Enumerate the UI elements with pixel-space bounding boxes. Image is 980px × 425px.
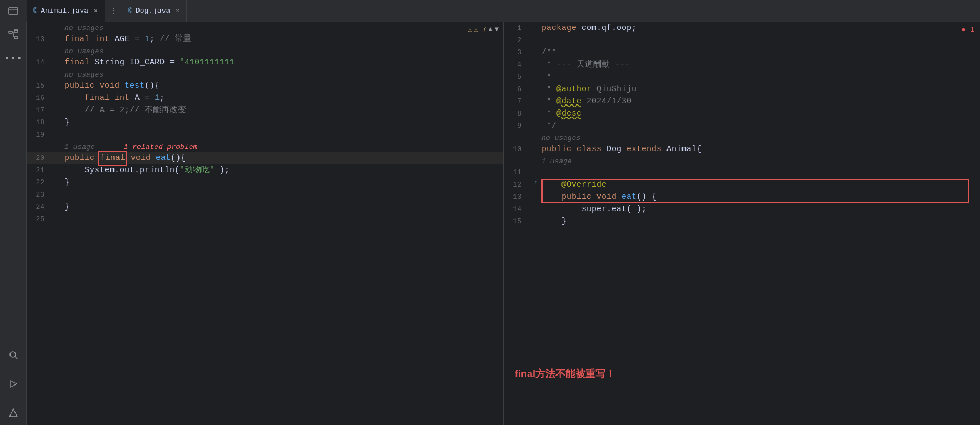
hint-1usage: 1 usage: [64, 143, 95, 151]
dog-code-line-3: 3 /**: [504, 47, 980, 59]
code-line-22: 22 }: [27, 177, 503, 189]
warning-badge: ⚠ ⚠ 7 ▲ ▼: [468, 26, 499, 34]
svg-rect-3: [14, 37, 18, 39]
line-num-18: 18: [27, 117, 53, 129]
code-content-22: }: [64, 177, 503, 189]
line-num-19: 19: [27, 129, 53, 141]
code-content-24: }: [64, 201, 503, 213]
dog-line-num-2: 2: [504, 34, 530, 47]
tab-animal-label: Animal.java: [41, 7, 88, 15]
editor-dog-java: ● 1 1 package com.qf.oop; 2 3: [503, 22, 980, 425]
animal-code-area[interactable]: no usages 13 final int AGE = 1; // 常量 no…: [27, 22, 503, 425]
dog-hint-1usage-11: 1 usage: [504, 156, 980, 167]
sidebar: •••: [0, 22, 27, 425]
editor-animal-java: ⚠ ⚠ 7 ▲ ▼ no usages 13 final int AGE = 1…: [27, 22, 503, 425]
code-content-18: }: [64, 117, 503, 129]
dog-code-content-6: * @author QiuShiju: [541, 83, 980, 96]
final-method-message: final方法不能被重写！: [515, 367, 615, 381]
sidebar-settings-icon[interactable]: [6, 405, 21, 421]
dog-line-num-9: 9: [504, 120, 530, 132]
code-content-21: System.out.println("动物吃" );: [64, 164, 503, 177]
dog-line-num-6: 6: [504, 83, 530, 96]
hint-no-usages-14: no usages: [27, 46, 503, 57]
dog-code-line-7: 7 * @date 2024/1/30: [504, 96, 980, 108]
hint-no-usages-14b: no usages: [27, 69, 503, 80]
code-line-24: 24 }: [27, 201, 503, 213]
code-line-18: 18 }: [27, 117, 503, 129]
dog-code-content-4: * --- 天道酬勤 ---: [541, 59, 980, 71]
dog-line-num-4: 4: [504, 59, 530, 71]
dog-line-num-14: 14: [504, 203, 530, 216]
code-line-21: 21 System.out.println("动物吃" );: [27, 164, 503, 177]
line-num-14: 14: [27, 57, 53, 69]
dog-code-content-3: /**: [541, 47, 980, 59]
tab-more-button[interactable]: ⋮: [105, 6, 122, 16]
dog-code-line-8: 8 * @desc: [504, 108, 980, 120]
code-content-15: public void test(){: [64, 80, 503, 92]
code-line-23: 23: [27, 189, 503, 201]
sidebar-search-icon[interactable]: [6, 347, 21, 363]
error-badge: ● 1: [962, 26, 974, 34]
dog-code-line-2: 2: [504, 34, 980, 47]
dog-code-line-13: 13 public void eat() {: [504, 191, 980, 203]
dog-code-line-10: 10 public class Dog extends Animal{: [504, 143, 980, 156]
dog-code-content-14: super.eat( );: [541, 203, 980, 216]
code-line-19: 19: [27, 129, 503, 141]
dog-red-box-container: 13 public void eat() {: [504, 191, 980, 203]
line-num-21: 21: [27, 164, 53, 177]
dog-code-content-15: }: [541, 216, 980, 228]
line-num-24: 24: [27, 201, 53, 213]
dog-code-content-10: public class Dog extends Animal{: [541, 143, 980, 156]
dog-line-num-15: 15: [504, 216, 530, 228]
code-line-17: 17 // A = 2;// 不能再改变: [27, 104, 503, 117]
hint-1problem: 1 related problem: [124, 143, 198, 151]
code-line-25: 25: [27, 213, 503, 226]
code-content-20: public final void eat(){: [64, 152, 503, 164]
dog-line-num-13: 13: [504, 191, 530, 203]
dog-code-content-13: public void eat() {: [541, 191, 980, 203]
dog-hint-text-10: no usages: [541, 134, 580, 142]
dog-hint-no-usages-10: no usages: [504, 132, 980, 143]
dog-java-file-icon: ©: [128, 7, 132, 15]
line-num-17: 17: [27, 104, 53, 117]
code-content-16: final int A = 1;: [64, 92, 503, 104]
svg-marker-6: [9, 409, 17, 417]
close-dog-tab-icon[interactable]: ×: [176, 8, 180, 14]
warning-icon: ⚠: [468, 26, 472, 34]
dog-line-num-7: 7: [504, 96, 530, 108]
warning-count: ⚠ 7: [474, 26, 486, 34]
svg-rect-2: [14, 30, 18, 32]
tab-dog-java[interactable]: © Dog.java ×: [122, 0, 187, 22]
sidebar-structure-icon[interactable]: [6, 27, 21, 42]
dog-code-area[interactable]: 1 package com.qf.oop; 2 3 /**: [504, 22, 980, 425]
dog-gutter-12: ↑: [530, 179, 541, 187]
dog-code-line-12: 12 ↑ @Override: [504, 179, 980, 191]
tab-dog-label: Dog.java: [136, 7, 170, 15]
line-num-22: 22: [27, 177, 53, 189]
dog-code-content-1: package com.qf.oop;: [541, 22, 980, 34]
code-content-14: final String ID_CARD = "4101111111: [64, 57, 503, 69]
dog-line-num-12: 12: [504, 179, 530, 191]
dog-code-line-9: 9 */: [504, 120, 980, 132]
svg-rect-0: [9, 8, 18, 14]
dog-code-line-1: 1 package com.qf.oop;: [504, 22, 980, 34]
close-animal-tab-icon[interactable]: ×: [94, 8, 98, 14]
dog-code-content-7: * @date 2024/1/30: [541, 96, 980, 108]
main-content: ••• ⚠ ⚠ 7 ▲: [0, 22, 980, 425]
java-file-icon: ©: [33, 7, 37, 15]
code-line-16: 16 final int A = 1;: [27, 92, 503, 104]
dog-code-content-9: */: [541, 120, 980, 132]
warning-arrow-down[interactable]: ▼: [495, 26, 499, 33]
dog-line-num-10: 10: [504, 143, 530, 156]
tab-animal-java[interactable]: © Animal.java ×: [27, 0, 105, 22]
hint-line-20: 1 usage 1 related problem: [27, 141, 503, 152]
dog-code-content-12: @Override: [541, 179, 980, 191]
warning-arrow[interactable]: ▲: [489, 26, 493, 33]
sidebar-more-icon[interactable]: •••: [6, 51, 21, 67]
code-line-14: 14 final String ID_CARD = "4101111111: [27, 57, 503, 69]
dog-code-line-5: 5 *: [504, 71, 980, 83]
sidebar-run-icon[interactable]: [6, 376, 21, 392]
svg-marker-5: [11, 381, 17, 387]
dog-code-line-4: 4 * --- 天道酬勤 ---: [504, 59, 980, 71]
code-line-20: 20 public final void eat(){: [27, 152, 503, 164]
